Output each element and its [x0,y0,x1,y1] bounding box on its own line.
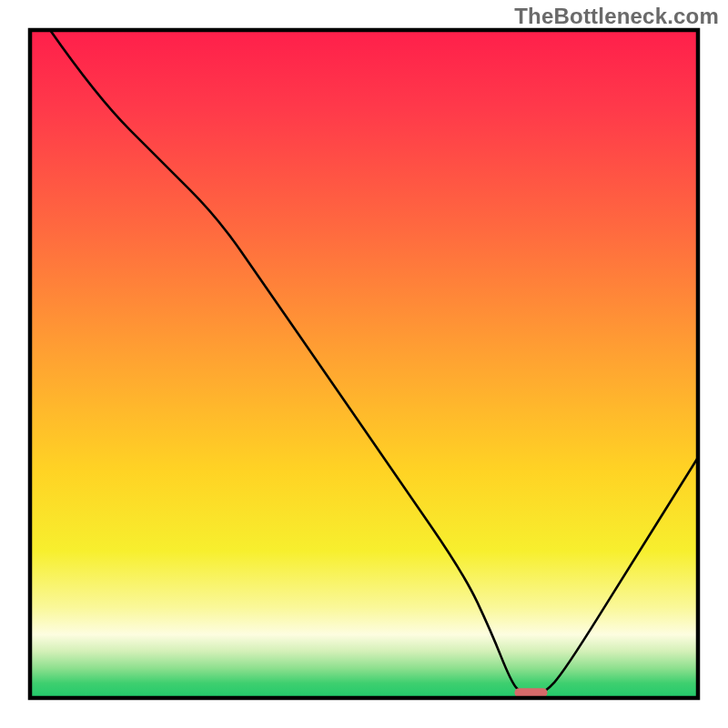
optimum-marker [515,688,548,697]
chart-container: TheBottleneck.com [0,0,728,728]
watermark-text: TheBottleneck.com [514,4,719,29]
bottleneck-chart [0,0,728,728]
